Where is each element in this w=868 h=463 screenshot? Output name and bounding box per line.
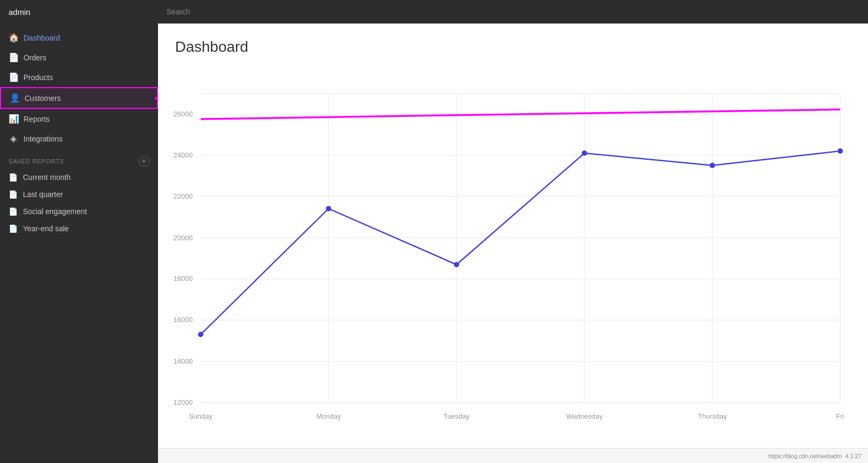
annotation-arrow [154,91,158,106]
coords-display: 4 1:27 [845,453,862,459]
sidebar-item-dashboard[interactable]: 🏠 Dashboard [0,28,158,48]
svg-text:Fri: Fri [836,412,844,420]
sidebar-item-label: Products [23,73,53,82]
saved-reports-section: SAVED REPORTS + [0,148,158,169]
sidebar-item-label: Dashboard [23,34,60,42]
doc-icon: 📄 [9,224,18,233]
saved-report-label: Last quarter [23,190,63,199]
sidebar-item-label: Integrations [23,135,62,143]
url-display: https://blog.cdn.net/webadm [769,453,842,459]
home-icon: 🏠 [9,33,18,43]
chart-point-wednesday [582,151,587,156]
svg-text:26000: 26000 [173,110,193,118]
saved-report-year-end-sale[interactable]: 📄 Year-end sale [0,220,158,237]
chart-point-sunday [198,332,203,337]
chart-point-tuesday [454,262,459,267]
page-title: Dashboard [175,38,851,56]
reports-icon: 📊 [9,114,18,124]
chart-container: 26000 24000 22000 20000 18000 16000 14 [158,64,868,448]
integrations-icon: ◈ [9,134,18,144]
svg-text:20000: 20000 [173,234,193,242]
sidebar-item-label: Orders [23,53,46,62]
saved-report-label: Current month [23,173,70,182]
saved-report-last-quarter[interactable]: 📄 Last quarter [0,186,158,203]
brand-label: admin [9,7,167,17]
sidebar-item-label: Customers [25,94,61,103]
doc-icon: 📄 [9,173,18,182]
sidebar-item-orders[interactable]: 📄 Orders [0,48,158,67]
orders-icon: 📄 [9,52,18,62]
sidebar: 🏠 Dashboard 📄 Orders 📄 Products 👤 Custom… [0,23,158,463]
svg-text:16000: 16000 [173,316,193,324]
customers-icon: 👤 [10,93,19,103]
sidebar-item-reports[interactable]: 📊 Reports [0,109,158,129]
chart-point-friday [838,148,843,154]
add-saved-report-button[interactable]: + [139,156,149,167]
svg-text:Thursday: Thursday [698,412,727,420]
saved-report-social-engagement[interactable]: 📄 Social engagement [0,203,158,220]
svg-text:18000: 18000 [173,274,193,282]
sidebar-item-products[interactable]: 📄 Products [0,67,158,87]
svg-text:Tuesday: Tuesday [444,412,470,420]
saved-report-label: Social engagement [23,207,87,216]
chart-point-monday [326,206,332,211]
svg-text:Wednesday: Wednesday [566,412,603,420]
doc-icon: 📄 [9,207,18,216]
bottombar: https://blog.cdn.net/webadm 4 1:27 [158,448,868,463]
doc-icon: 📄 [9,190,18,199]
saved-report-current-month[interactable]: 📄 Current month [0,169,158,186]
page-header: Dashboard [158,23,868,64]
svg-marker-1 [154,95,158,101]
svg-text:14000: 14000 [173,357,193,365]
chart-svg: 26000 24000 22000 20000 18000 16000 14 [158,64,851,448]
saved-report-label: Year-end sale [23,224,69,233]
svg-text:24000: 24000 [173,151,193,159]
chart-point-thursday [709,163,715,168]
main-content: Dashboard 26000 24000 22000 [158,23,868,463]
layout: 🏠 Dashboard 📄 Orders 📄 Products 👤 Custom… [0,23,868,463]
saved-reports-label: SAVED REPORTS [9,158,64,164]
svg-text:Monday: Monday [316,412,341,420]
svg-text:22000: 22000 [173,192,193,200]
sidebar-item-integrations[interactable]: ◈ Integrations [0,129,158,148]
search-input[interactable] [167,7,859,16]
sidebar-item-customers[interactable]: 👤 Customers [0,87,158,109]
svg-text:Sunday: Sunday [189,412,213,420]
topbar: admin [0,0,868,23]
sidebar-item-label: Reports [23,115,50,123]
products-icon: 📄 [9,72,18,82]
svg-text:12000: 12000 [173,398,193,406]
